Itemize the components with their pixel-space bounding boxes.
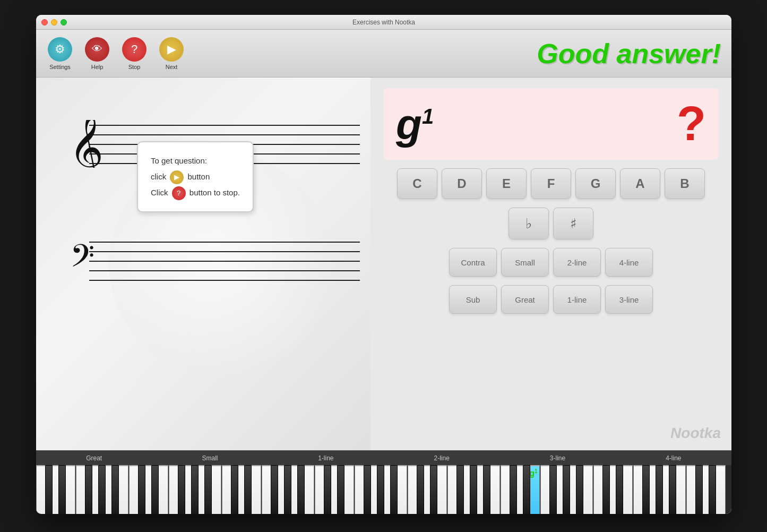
play-inline-icon: ▶	[170, 170, 184, 184]
right-panel: g1 ? C D E F G A B ♭ ♯ Contra	[370, 78, 731, 450]
black-key-0[interactable]	[45, 465, 53, 514]
black-key-28[interactable]	[563, 465, 570, 514]
note-btn-A[interactable]: A	[620, 168, 660, 199]
instruction-line3: Click ? button to stop.	[151, 185, 240, 201]
black-key-14[interactable]	[297, 465, 305, 514]
piano-note-indicator: g1	[529, 468, 537, 478]
help-label: Help	[91, 64, 104, 70]
black-key-35[interactable]	[695, 465, 703, 514]
black-key-31[interactable]	[616, 465, 623, 514]
stop-inline-icon: ?	[172, 186, 186, 200]
piano-label-small: Small	[152, 451, 268, 465]
black-key-32[interactable]	[642, 465, 650, 514]
good-answer-text: Good answer!	[537, 30, 721, 78]
instruction-button: button	[188, 172, 210, 181]
traffic-lights	[41, 19, 67, 25]
titlebar: Exercises with Nootka	[36, 15, 731, 30]
black-key-24[interactable]	[483, 465, 490, 514]
black-key-9[interactable]	[204, 465, 212, 514]
black-key-1[interactable]	[58, 465, 66, 514]
octave-row-1: Contra Small 2-line 4-line	[383, 248, 719, 277]
black-key-27[interactable]	[549, 465, 557, 514]
note-display: g1 ?	[383, 88, 719, 160]
instruction-line2: click ▶ button	[151, 169, 240, 185]
instruction-click: click	[151, 172, 166, 181]
black-key-29[interactable]	[576, 465, 583, 514]
sharp-button[interactable]: ♯	[553, 208, 593, 239]
octave-3line-button[interactable]: 3-line	[605, 285, 653, 314]
settings-label: Settings	[49, 64, 71, 70]
minimize-button[interactable]	[51, 19, 57, 25]
instruction-popup: To get question: click ▶ button Click ? …	[137, 141, 254, 212]
black-key-33[interactable]	[656, 465, 663, 514]
black-key-34[interactable]	[669, 465, 676, 514]
octave-2line-button[interactable]: 2-line	[553, 248, 601, 277]
black-key-2[interactable]	[85, 465, 92, 514]
black-key-15[interactable]	[324, 465, 331, 514]
black-key-11[interactable]	[244, 465, 252, 514]
black-key-30[interactable]	[602, 465, 610, 514]
close-button[interactable]	[41, 19, 48, 25]
piano-label-1line: 1-line	[268, 451, 384, 465]
main-content: 𝄞 𝄢 To get question: cli	[36, 78, 731, 450]
help-button[interactable]: 👁 Help	[79, 32, 116, 75]
black-key-12[interactable]	[271, 465, 278, 514]
instruction-stop: button to stop.	[189, 188, 240, 197]
black-key-20[interactable]	[417, 465, 424, 514]
piano-label-great: Great	[36, 451, 152, 465]
note-name-display: g1	[396, 103, 434, 145]
next-icon: ▶	[159, 37, 184, 62]
stop-button[interactable]: ? Stop	[116, 32, 153, 75]
note-btn-E[interactable]: E	[486, 168, 527, 199]
next-label: Next	[166, 64, 178, 70]
flat-button[interactable]: ♭	[509, 208, 549, 239]
piano-label-3line: 3-line	[499, 451, 615, 465]
next-button[interactable]: ▶ Next	[153, 32, 190, 75]
note-btn-B[interactable]: B	[665, 168, 705, 199]
piano-label-2line: 2-line	[384, 451, 499, 465]
octave-contra-button[interactable]: Contra	[449, 248, 497, 277]
settings-button[interactable]: ⚙ Settings	[41, 32, 79, 75]
black-key-8[interactable]	[191, 465, 199, 514]
octave-sub-button[interactable]: Sub	[449, 285, 497, 314]
instruction-line1: To get question:	[151, 153, 240, 169]
piano-label-4line: 4-line	[616, 451, 731, 465]
note-btn-G[interactable]: G	[575, 168, 616, 199]
octave-4line-button[interactable]: 4-line	[605, 248, 653, 277]
black-key-6[interactable]	[151, 465, 159, 514]
octave-great-button[interactable]: Great	[501, 285, 549, 314]
svg-text:𝄢: 𝄢	[70, 239, 94, 281]
note-btn-C[interactable]: C	[397, 168, 437, 199]
octave-small-button[interactable]: Small	[501, 248, 549, 277]
black-key-25[interactable]	[510, 465, 517, 514]
black-key-22[interactable]	[456, 465, 464, 514]
question-mark-icon: ?	[677, 97, 706, 151]
note-btn-D[interactable]: D	[442, 168, 482, 199]
black-key-21[interactable]	[430, 465, 437, 514]
black-key-13[interactable]	[284, 465, 291, 514]
watermark: Nootka	[670, 425, 721, 442]
black-key-26[interactable]	[523, 465, 530, 514]
black-key-17[interactable]	[364, 465, 371, 514]
black-key-16[interactable]	[337, 465, 344, 514]
black-key-7[interactable]	[178, 465, 185, 514]
maximize-button[interactable]	[61, 19, 67, 25]
bass-staff: 𝄢	[68, 237, 360, 287]
piano-labels: Great Small 1-line 2-line 3-line 4-line	[36, 450, 731, 465]
black-key-36[interactable]	[709, 465, 716, 514]
black-key-23[interactable]	[470, 465, 477, 514]
toolbar: ⚙ Settings 👁 Help ? Stop ▶ Next Good ans…	[36, 30, 731, 78]
svg-text:𝄞: 𝄞	[69, 120, 104, 168]
black-key-19[interactable]	[390, 465, 398, 514]
black-key-5[interactable]	[138, 465, 145, 514]
black-key-3[interactable]	[98, 465, 106, 514]
note-octave: 1	[422, 105, 434, 128]
piano-section: Great Small 1-line 2-line 3-line 4-line …	[36, 450, 731, 514]
black-key-18[interactable]	[377, 465, 384, 514]
octave-1line-button[interactable]: 1-line	[553, 285, 601, 314]
stop-label: Stop	[128, 64, 141, 70]
note-btn-F[interactable]: F	[531, 168, 571, 199]
black-key-10[interactable]	[231, 465, 238, 514]
stop-icon: ?	[122, 37, 146, 62]
black-key-4[interactable]	[111, 465, 119, 514]
